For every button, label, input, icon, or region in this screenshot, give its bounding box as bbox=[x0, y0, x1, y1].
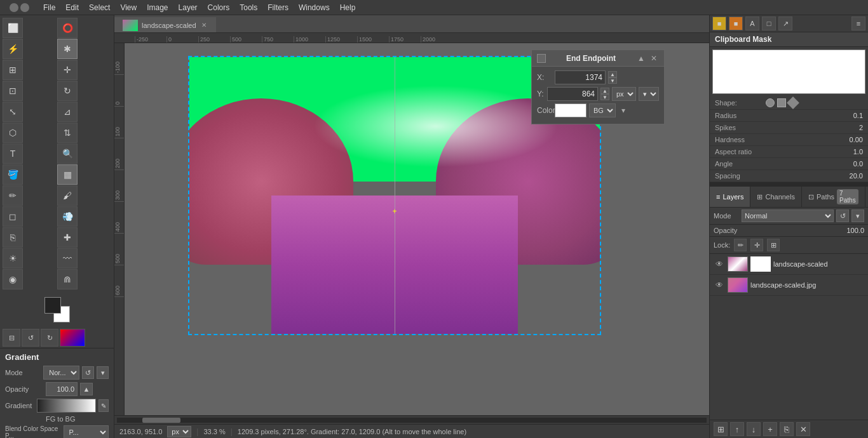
gradient-preview[interactable] bbox=[37, 399, 96, 413]
color-swatch[interactable] bbox=[555, 103, 587, 117]
lock-all-btn[interactable]: ⊞ bbox=[767, 239, 780, 251]
unit-dropdown[interactable]: px bbox=[167, 426, 191, 437]
tool-free-select[interactable]: ⚡ bbox=[3, 39, 23, 59]
color-swatches[interactable] bbox=[44, 297, 70, 322]
layers-mode-select[interactable]: Normal bbox=[742, 209, 834, 222]
layer-item-2[interactable]: 👁 landscape-scaled.jpg bbox=[710, 275, 868, 296]
tab-close-btn[interactable]: ✕ bbox=[200, 22, 208, 29]
tool-smudge[interactable]: 〰 bbox=[57, 248, 78, 269]
panel-options-btn[interactable]: ≡ bbox=[851, 17, 865, 30]
tool-scale[interactable]: ⤡ bbox=[3, 102, 23, 122]
mode-extra-btn[interactable]: ▾ bbox=[97, 366, 109, 379]
layer-up-btn[interactable]: ↑ bbox=[730, 422, 744, 436]
panel-font-btn[interactable]: A bbox=[745, 17, 759, 30]
tool-dodge-burn[interactable]: ☀ bbox=[3, 248, 23, 269]
canvas-tab-landscape[interactable]: landscape-scaled ✕ bbox=[114, 17, 216, 32]
menu-windows[interactable]: Windows bbox=[294, 2, 335, 13]
layer-down-btn[interactable]: ↓ bbox=[747, 422, 761, 436]
y-input[interactable] bbox=[547, 87, 598, 101]
scroll-thumb[interactable] bbox=[142, 418, 180, 423]
tool-bucket-fill[interactable]: 🪣 bbox=[3, 164, 23, 185]
menu-image[interactable]: Image bbox=[142, 2, 173, 13]
tool-align[interactable]: ⊞ bbox=[3, 60, 23, 80]
menu-filters[interactable]: Filters bbox=[262, 2, 294, 13]
tool-text[interactable]: T bbox=[3, 143, 23, 164]
diamond-shape-btn[interactable] bbox=[787, 96, 799, 109]
tool-heal[interactable]: ✚ bbox=[57, 227, 78, 248]
tool-ellipse-select[interactable]: ⭕ bbox=[57, 18, 78, 38]
panel-pattern-btn[interactable]: ■ bbox=[729, 17, 743, 30]
color-dropdown-btn[interactable]: ▾ bbox=[618, 105, 628, 116]
layers-mode-extra[interactable]: ▾ bbox=[851, 209, 864, 222]
tool-gradient[interactable]: ▦ bbox=[57, 164, 78, 185]
mode-select[interactable]: Nor... bbox=[43, 366, 79, 380]
delete-layer-btn[interactable]: ✕ bbox=[796, 422, 810, 436]
opacity-up[interactable]: ▲ bbox=[80, 383, 93, 395]
reset-mode-btn[interactable]: ↺ bbox=[82, 366, 94, 379]
menu-view[interactable]: View bbox=[115, 2, 142, 13]
tool-option-2[interactable]: ↺ bbox=[22, 329, 39, 347]
tool-eraser[interactable]: ◻ bbox=[3, 206, 23, 227]
tool-option-color[interactable] bbox=[60, 329, 85, 347]
dialog-collapse-btn[interactable]: ▲ bbox=[636, 53, 646, 63]
tool-option-1[interactable]: ⊟ bbox=[3, 329, 20, 347]
layers-panel-close[interactable]: ✕ bbox=[865, 187, 868, 207]
tool-clone[interactable]: ⎘ bbox=[3, 227, 23, 248]
tool-option-3[interactable]: ↻ bbox=[41, 329, 58, 347]
layer-visibility-2[interactable]: 👁 bbox=[714, 279, 725, 291]
menu-colors[interactable]: Colors bbox=[203, 2, 235, 13]
menu-layer[interactable]: Layer bbox=[173, 2, 203, 13]
tool-shear[interactable]: ⊿ bbox=[57, 102, 78, 122]
tool-path[interactable]: ⋒ bbox=[57, 269, 78, 289]
layer-item-1[interactable]: 👁 landscape-scaled bbox=[710, 254, 868, 275]
panel-pointer-btn[interactable]: ↗ bbox=[778, 17, 792, 30]
canvas-scrollbar[interactable] bbox=[114, 415, 709, 424]
x-down-btn[interactable]: ▼ bbox=[608, 77, 617, 84]
unit-link-select[interactable]: ▾ bbox=[639, 87, 659, 101]
layers-mode-reset[interactable]: ↺ bbox=[836, 209, 849, 222]
lock-pixel-btn[interactable]: ✏ bbox=[734, 239, 747, 251]
foreground-color[interactable] bbox=[44, 297, 61, 314]
tab-layers[interactable]: ≡ Layers bbox=[710, 187, 750, 207]
scroll-track[interactable] bbox=[117, 418, 707, 423]
tool-pencil[interactable]: ✏ bbox=[3, 185, 23, 206]
tool-blur-sharpen[interactable]: ◉ bbox=[3, 269, 23, 289]
circle-shape-btn[interactable] bbox=[766, 98, 775, 107]
canvas-viewport[interactable]: + End Endpoint ▲ ✕ bbox=[125, 43, 709, 415]
square-shape-btn[interactable] bbox=[777, 98, 786, 107]
tool-flip[interactable]: ⇅ bbox=[57, 123, 78, 143]
tool-perspective[interactable]: ⬡ bbox=[3, 123, 23, 143]
panel-color-btn[interactable]: ■ bbox=[712, 17, 726, 30]
tool-color-picker[interactable]: 🔍 bbox=[57, 143, 78, 164]
y-down-btn[interactable]: ▼ bbox=[600, 94, 609, 100]
color-mode-select[interactable]: BG bbox=[589, 103, 616, 117]
menu-help[interactable]: Help bbox=[335, 2, 361, 13]
dialog-close-btn[interactable]: ✕ bbox=[649, 53, 659, 63]
new-layer-group-btn[interactable]: ⊞ bbox=[714, 422, 728, 436]
x-input[interactable] bbox=[555, 70, 606, 84]
tool-crop[interactable]: ⊡ bbox=[3, 81, 23, 101]
x-up-btn[interactable]: ▲ bbox=[608, 71, 617, 77]
duplicate-layer-btn[interactable]: ⎘ bbox=[780, 422, 794, 436]
tab-paths[interactable]: ⊡ Paths 7 Paths bbox=[802, 187, 865, 207]
tab-channels[interactable]: ⊞ Channels bbox=[750, 187, 801, 207]
gradient-edit-btn[interactable]: ✎ bbox=[98, 399, 109, 412]
opacity-input[interactable] bbox=[46, 382, 78, 396]
panel-document-btn[interactable]: □ bbox=[762, 17, 776, 30]
tool-rotate[interactable]: ↻ bbox=[57, 81, 78, 101]
tool-fuzzy-select[interactable]: ✱ bbox=[57, 39, 78, 59]
tool-airbrush[interactable]: 💨 bbox=[57, 206, 78, 227]
menu-tools[interactable]: Tools bbox=[234, 2, 262, 13]
menu-file[interactable]: File bbox=[38, 2, 60, 13]
lock-position-btn[interactable]: ✛ bbox=[750, 239, 763, 251]
unit-select[interactable]: px bbox=[612, 87, 636, 101]
tool-paintbrush[interactable]: 🖌 bbox=[57, 185, 78, 206]
blend-select[interactable]: P... bbox=[64, 425, 109, 438]
menu-edit[interactable]: Edit bbox=[60, 2, 84, 13]
y-up-btn[interactable]: ▲ bbox=[600, 88, 609, 94]
tool-rectangle-select[interactable]: ⬜ bbox=[3, 18, 23, 38]
tool-move[interactable]: ✛ bbox=[57, 60, 78, 80]
menu-select[interactable]: Select bbox=[84, 2, 115, 13]
dialog-grip[interactable] bbox=[537, 54, 546, 63]
layer-visibility-1[interactable]: 👁 bbox=[714, 258, 725, 270]
